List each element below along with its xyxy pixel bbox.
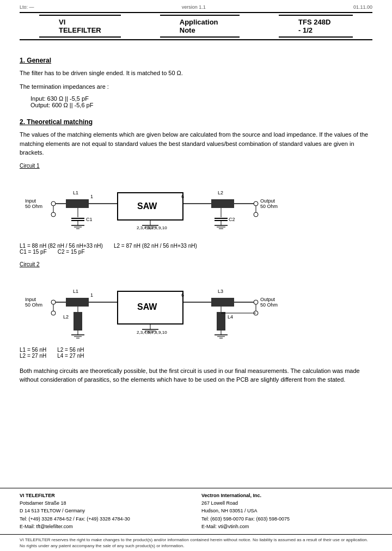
c2-l1-label: L1 — [73, 289, 78, 294]
c1-c2-value: C2 = 15 pF — [58, 249, 85, 255]
main-header: VI TELEFILTER Application Note TFS 248D … — [20, 12, 372, 40]
c1-pins: 2,3,4,5,7,8,9,10 — [137, 225, 167, 230]
circuit1-svg: Input 50 Ohm L1 1 SAW — [20, 171, 368, 239]
c2-l3-rect — [211, 298, 234, 307]
c2-pin1: 1 — [90, 292, 93, 298]
c1-l1-label: L1 — [73, 190, 78, 195]
circuit1-diagram: Input 50 Ohm L1 1 SAW — [20, 171, 372, 242]
section1-title: 1. General — [20, 57, 372, 64]
c2-l4-label: L4 — [228, 314, 233, 320]
section2-title: 2. Theoretical matching — [20, 118, 372, 126]
footer-right-company: Vectron International, Inc. — [201, 492, 372, 499]
c1-output-circle — [254, 201, 258, 206]
content: 1. General The filter has to be driven s… — [0, 40, 392, 397]
top-bar: Lto: — version 1.1 01.11.00 — [0, 0, 392, 12]
section1-output: Output: 600 Ω || -5,6 pF — [30, 102, 372, 108]
c2-input-label: Input — [25, 297, 36, 302]
c1-l2-rect — [211, 199, 234, 208]
c2-input-gnd-circle — [51, 311, 56, 315]
section1-input: Input: 630 Ω || -5,5 pF — [30, 95, 372, 102]
footer-right: Vectron International, Inc. 267 Lowell R… — [191, 492, 372, 531]
circuit2-svg: Input 50 Ohm L1 1 SAW 6 — [20, 270, 368, 343]
header-company: VI TELEFILTER — [39, 15, 121, 38]
header-app-note: Application Note — [160, 15, 240, 38]
c2-l2-rect — [74, 312, 82, 330]
c2-l3-label: L3 — [218, 289, 223, 294]
c1-output-ohm: 50 Ohm — [260, 204, 278, 209]
footer-left-addr2: D 14 513 TELTOW / Germany — [20, 507, 191, 515]
c1-input-circle — [51, 201, 56, 206]
c2-l3-value: L2 = 56 nH — [57, 347, 84, 353]
c1-c1-label: C1 — [86, 217, 93, 222]
c2-output-label: Output — [260, 297, 275, 302]
section1-impedances: Input: 630 Ω || -5,5 pF Output: 600 Ω ||… — [20, 95, 372, 108]
c1-c2-label: C2 — [229, 217, 235, 222]
section1-text1: The filter has to be driven single ended… — [20, 69, 372, 78]
c2-l1-rect — [66, 298, 89, 307]
c1-input-label: Input — [25, 198, 36, 204]
circuit2-label: Circuit 2 — [20, 261, 372, 267]
footer-left-company: VI TELEFILTER — [20, 492, 191, 499]
c1-l1-rect — [66, 199, 89, 208]
c2-l2-label: L2 — [63, 314, 69, 320]
c2-pin6: 6 — [181, 292, 184, 298]
c1-l2-label: L2 — [218, 190, 223, 195]
c1-l1-value: L1 = 88 nH (82 nH / 56 nH+33 nH) — [20, 243, 103, 249]
c2-l4-value: L4 = 27 nH — [57, 353, 84, 359]
footer-right-addr2: Hudson, NH 03051 / USA — [201, 507, 372, 515]
top-center: version 1.1 — [182, 4, 206, 10]
footer-disclaimer: VI TELEFILTER reserves the right to make… — [0, 534, 392, 551]
conclusion-text: Both matching circuits are theoretically… — [20, 366, 372, 384]
c1-c1-value: C1 = 15 pF — [20, 249, 47, 255]
c2-output-ohm: 50 Ohm — [260, 302, 278, 308]
c1-input-gnd-circle — [51, 212, 56, 217]
footer: VI TELEFILTER Potsdamer Straße 18 D 14 5… — [0, 488, 392, 551]
c1-output-label: Output — [260, 198, 275, 204]
c2-output-circle — [254, 300, 258, 304]
footer-left: VI TELEFILTER Potsdamer Straße 18 D 14 5… — [20, 492, 191, 531]
circuit2-values: L1 = 56 nH L2 = 56 nH L2 = 27 nH L4 = 27… — [20, 347, 372, 359]
c2-l4-rect — [217, 312, 225, 330]
c1-input-ohm: 50 Ohm — [25, 204, 42, 209]
c1-saw-text: SAW — [137, 201, 157, 211]
c1-output-gnd-circle — [254, 212, 258, 217]
c2-saw-text: SAW — [137, 302, 157, 311]
c1-pin1: 1 — [90, 194, 93, 199]
top-left: Lto: — — [20, 4, 34, 10]
section2-intro: The values of the matching elements whic… — [20, 130, 372, 157]
top-right: 01.11.00 — [353, 4, 372, 10]
footer-left-addr1: Potsdamer Straße 18 — [20, 499, 191, 507]
footer-right-addr1: 267 Lowell Road — [201, 499, 372, 507]
page: Lto: — version 1.1 01.11.00 VI TELEFILTE… — [0, 0, 392, 551]
circuit2-diagram: Input 50 Ohm L1 1 SAW 6 — [20, 270, 372, 346]
footer-left-tel: Tel: (+49) 3328 4784-52 / Fax: (+49) 332… — [20, 515, 191, 523]
c1-l2-value: L2 = 87 nH (82 nH / 56 nH+33 nH) — [114, 243, 197, 249]
section1-text2: The termination impedances are : — [20, 82, 372, 91]
circuit1-label: Circuit 1 — [20, 163, 372, 169]
circuit1-values: L1 = 88 nH (82 nH / 56 nH+33 nH) L2 = 87… — [20, 243, 372, 255]
footer-main: VI TELEFILTER Potsdamer Straße 18 D 14 5… — [0, 488, 392, 534]
footer-right-tel: Tel: (603) 598-0070 Fax: (603) 598-0075 — [201, 515, 372, 523]
c2-l2-value: L2 = 27 nH — [20, 353, 46, 359]
footer-right-email: E-Mail: vti@vtinh.com — [201, 523, 372, 530]
c2-input-circle — [51, 300, 56, 304]
footer-left-email: E-Mail: tft@telefilter.com — [20, 523, 191, 530]
c2-l1-value: L1 = 56 nH — [20, 347, 46, 353]
c1-pin6: 6 — [181, 194, 184, 199]
c2-input-ohm: 50 Ohm — [25, 302, 42, 308]
header-doc-ref: TFS 248D - 1/2 — [279, 15, 353, 38]
